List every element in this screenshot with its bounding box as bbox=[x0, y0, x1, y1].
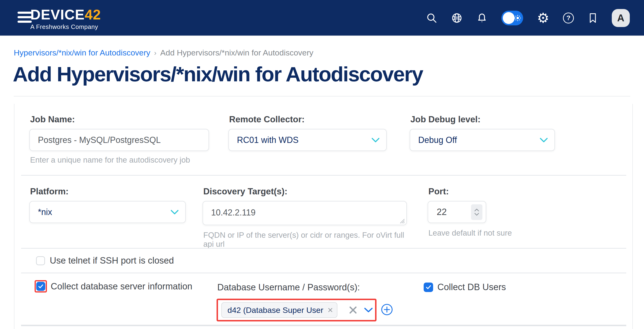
menu-icon[interactable] bbox=[18, 12, 32, 25]
field-platform: Platform: *nix bbox=[30, 186, 186, 223]
clear-selection-icon[interactable] bbox=[349, 306, 357, 314]
device42-app: DEVICE42 A Freshworks Company bbox=[0, 0, 644, 329]
title-divider bbox=[14, 96, 630, 97]
resize-grip-icon[interactable] bbox=[399, 218, 405, 224]
gear-icon[interactable]: ⚙ bbox=[537, 11, 549, 25]
discovery-targets-label: Discovery Target(s): bbox=[202, 186, 407, 197]
logo-subtitle: A Freshworks Company bbox=[30, 23, 101, 31]
chevron-down-icon bbox=[372, 137, 380, 143]
chip-remove-icon[interactable] bbox=[326, 307, 333, 313]
platform-label: Platform: bbox=[30, 186, 186, 197]
bookmark-icon[interactable] bbox=[588, 12, 598, 24]
breadcrumb-current: Add Hypervisors/*nix/win for Autodiscove… bbox=[160, 48, 313, 57]
collect-db-users-checkbox[interactable] bbox=[424, 282, 433, 292]
search-icon[interactable] bbox=[426, 12, 438, 24]
globe-icon[interactable] bbox=[451, 12, 462, 24]
collect-db-label: Collect database server information bbox=[51, 281, 192, 291]
breadcrumb-separator: › bbox=[154, 49, 156, 57]
job-debug-select[interactable]: Debug Off bbox=[410, 129, 555, 151]
job-name-input[interactable] bbox=[30, 129, 209, 151]
field-port: Port: Leave default if not sure bbox=[428, 186, 486, 237]
device42-logo[interactable]: DEVICE42 A Freshworks Company bbox=[30, 8, 101, 31]
top-navbar: DEVICE42 A Freshworks Company bbox=[0, 0, 644, 36]
bell-icon[interactable] bbox=[476, 12, 488, 24]
port-helper: Leave default if not sure bbox=[428, 228, 486, 237]
theme-toggle[interactable] bbox=[501, 11, 523, 25]
breadcrumb-parent-link[interactable]: Hypervisors/*nix/win for Autodiscovery bbox=[14, 48, 150, 57]
annotation-red-box bbox=[34, 280, 47, 292]
chevron-down-icon bbox=[540, 137, 548, 143]
remote-collector-value: RC01 with WDS bbox=[237, 135, 298, 145]
chevron-down-icon bbox=[170, 210, 179, 215]
field-job-debug: Job Debug level: Debug Off bbox=[410, 114, 555, 151]
field-remote-collector: Remote Collector: RC01 with WDS bbox=[228, 114, 387, 151]
job-name-helper: Enter a unique name for the autodiscover… bbox=[30, 155, 209, 165]
field-job-name: Job Name: Enter a unique name for the au… bbox=[30, 114, 209, 165]
port-stepper[interactable] bbox=[471, 204, 482, 220]
credential-chip[interactable]: d42 (Database Super User P... bbox=[221, 302, 338, 318]
remote-collector-select[interactable]: RC01 with WDS bbox=[228, 129, 387, 151]
remote-collector-label: Remote Collector: bbox=[228, 114, 387, 125]
section-divider bbox=[21, 325, 626, 326]
field-db-credentials: Database Username / Password(s): d42 (Da… bbox=[216, 282, 387, 321]
collect-db-users-label: Collect DB Users bbox=[438, 282, 506, 292]
discovery-targets-helper: FQDN or IP of the server(s) or cidr or r… bbox=[202, 231, 407, 249]
sun-icon bbox=[514, 15, 521, 22]
use-telnet-checkbox[interactable] bbox=[36, 256, 45, 265]
db-credentials-label: Database Username / Password(s): bbox=[216, 282, 387, 292]
avatar[interactable]: A bbox=[612, 9, 630, 27]
platform-select[interactable]: *nix bbox=[30, 201, 186, 223]
credential-chip-text: d42 (Database Super User P... bbox=[228, 305, 326, 315]
navbar-actions: ⚙ ? A bbox=[426, 0, 630, 36]
use-telnet-row: Use telnet if SSH port is closed bbox=[36, 255, 174, 266]
logo-text: DEVICE bbox=[30, 7, 84, 23]
annotation-red-box: d42 (Database Super User P... bbox=[216, 299, 376, 321]
section-divider bbox=[21, 273, 626, 273]
stepper-up-icon bbox=[474, 209, 479, 211]
add-credential-icon[interactable] bbox=[381, 303, 393, 316]
logo-wordmark: DEVICE42 bbox=[30, 8, 101, 22]
breadcrumb: Hypervisors/*nix/win for Autodiscovery ›… bbox=[14, 48, 314, 57]
help-glyph: ? bbox=[566, 15, 570, 21]
field-discovery-targets: Discovery Target(s): 10.42.2.119 FQDN or… bbox=[202, 186, 407, 249]
collect-db-checkbox[interactable] bbox=[36, 282, 45, 291]
platform-value: *nix bbox=[38, 207, 52, 217]
discovery-targets-textarea[interactable]: 10.42.2.119 bbox=[202, 201, 407, 225]
page-title: Add Hypervisors/*nix/win for Autodiscove… bbox=[13, 62, 423, 86]
job-debug-value: Debug Off bbox=[418, 135, 457, 145]
form-panel: Job Name: Enter a unique name for the au… bbox=[14, 104, 633, 329]
section-divider bbox=[21, 248, 626, 249]
collect-db-row: Collect database server information bbox=[34, 280, 192, 292]
job-name-label: Job Name: bbox=[30, 114, 209, 125]
help-icon[interactable]: ? bbox=[563, 13, 574, 24]
collect-db-users-row: Collect DB Users bbox=[424, 282, 506, 292]
job-debug-label: Job Debug level: bbox=[410, 114, 555, 125]
avatar-initial: A bbox=[617, 12, 624, 24]
logo-42: 42 bbox=[84, 7, 101, 23]
use-telnet-label: Use telnet if SSH port is closed bbox=[50, 255, 174, 266]
section-divider bbox=[21, 175, 626, 176]
checkmark-icon bbox=[38, 283, 44, 289]
checkmark-icon bbox=[425, 284, 432, 290]
chevron-down-icon[interactable] bbox=[364, 307, 373, 313]
stepper-down-icon bbox=[474, 213, 479, 216]
port-label: Port: bbox=[428, 186, 486, 197]
toggle-knob bbox=[503, 12, 515, 24]
